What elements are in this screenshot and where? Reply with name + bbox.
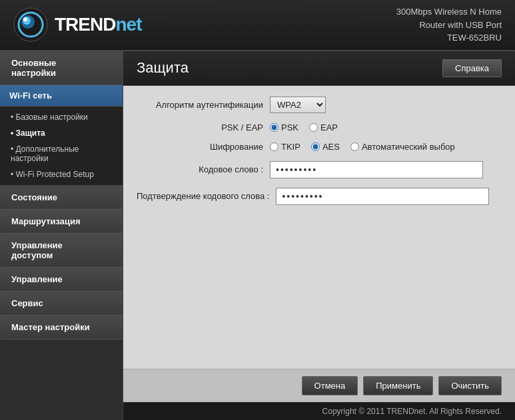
logo-trend: TREND [55,14,115,35]
sidebar-item-osnovnye-nastrojki[interactable]: Основныенастройки [0,51,123,85]
psk-radio-label[interactable]: PSK [270,122,298,132]
main-layout: Основныенастройки Wi-Fi сеть Базовые нас… [0,51,515,421]
aes-label: AES [322,142,340,152]
auth-algorithm-control: WPA2 WPA WEP [270,97,326,113]
form-area: Алгоритм аутентификации WPA2 WPA WEP PSK… [123,86,515,369]
eap-radio[interactable] [309,123,318,132]
psk-eap-row: PSK / EAP PSK EAP [137,122,502,132]
aes-radio[interactable] [311,142,320,151]
sidebar-item-sostoyanie[interactable]: Состояние [0,186,123,210]
auto-radio[interactable] [350,142,359,151]
sidebar-item-zaschita[interactable]: Защита [0,125,123,141]
eap-radio-label[interactable]: EAP [309,122,338,132]
page-header: Защита Справка [123,51,515,86]
tkip-label: TKIP [281,142,300,152]
psk-eap-label: PSK / EAP [137,122,270,132]
footer: Copyright © 2011 TRENDnet. All Rights Re… [123,402,515,420]
password-row: Кодовое слово : [137,161,502,178]
encryption-control: TKIP AES Автоматический выбор [270,142,455,152]
cancel-button[interactable]: Отмена [302,376,358,395]
auth-algorithm-select[interactable]: WPA2 WPA WEP [270,97,326,113]
sidebar-item-dopolnitelnye-nastrojki[interactable]: Дополнительные настройки [0,141,123,166]
auto-radio-label[interactable]: Автоматический выбор [350,142,455,152]
page-title: Защита [137,59,189,77]
psk-eap-control: PSK EAP [270,122,338,132]
content-area: Защита Справка Алгоритм аутентификации W… [123,51,515,421]
logo-text: TRENDnet [55,14,141,35]
tkip-radio[interactable] [270,142,278,151]
eap-label: EAP [320,122,338,132]
psk-label: PSK [281,122,298,132]
help-button[interactable]: Справка [442,59,502,77]
logo-dnet: net [115,14,141,35]
auto-label: Автоматический выбор [362,142,455,152]
svg-point-4 [23,17,27,21]
password-input[interactable] [270,161,483,178]
trendnet-logo-icon [13,7,48,42]
copyright-text: Copyright © 2011 TRENDnet. All Rights Re… [322,407,502,416]
confirm-password-input[interactable] [276,188,489,205]
sidebar-submenu-wifi: Базовые настройки Защита Дополнительные … [0,106,123,186]
sidebar-item-servis[interactable]: Сервис [0,292,123,315]
password-label: Кодовое слово : [137,164,270,174]
action-bar: Отмена Применить Очистить [123,369,515,402]
psk-radio[interactable] [270,123,278,132]
sidebar-section-wifi: Wi-Fi сеть [0,85,123,106]
confirm-label: Подтверждение кодового слова : [137,191,276,201]
password-control [270,161,483,178]
logo-area: TRENDnet [13,7,141,42]
auth-algorithm-row: Алгоритм аутентификации WPA2 WPA WEP [137,97,502,113]
confirm-password-row: Подтверждение кодового слова : [137,188,502,205]
auth-algorithm-label: Алгоритм аутентификации [137,100,270,110]
sidebar-item-upravlenie[interactable]: Управление [0,268,123,292]
confirm-control [276,188,489,205]
clear-button[interactable]: Очистить [438,376,502,395]
tkip-radio-label[interactable]: TKIP [270,142,300,152]
encryption-row: Шифрование TKIP AES Автоматический выбор [137,142,502,152]
sidebar: Основныенастройки Wi-Fi сеть Базовые нас… [0,51,123,421]
sidebar-item-wifi-protected-setup[interactable]: Wi-Fi Protected Setup [0,166,123,182]
device-info: 300Mbps Wireless N HomeRouter with USB P… [396,5,502,45]
sidebar-item-marshrutizaciya[interactable]: Маршрутизация [0,210,123,234]
aes-radio-label[interactable]: AES [311,142,340,152]
sidebar-item-master-nastrojki[interactable]: Мастер настройки [0,315,123,339]
encryption-label: Шифрование [137,142,270,152]
apply-button[interactable]: Применить [363,376,433,395]
sidebar-item-upravlenie-dostupom[interactable]: Управлениедоступом [0,234,123,268]
sidebar-item-bazovye-nastrojki[interactable]: Базовые настройки [0,109,123,125]
header: TRENDnet 300Mbps Wireless N HomeRouter w… [0,0,515,51]
